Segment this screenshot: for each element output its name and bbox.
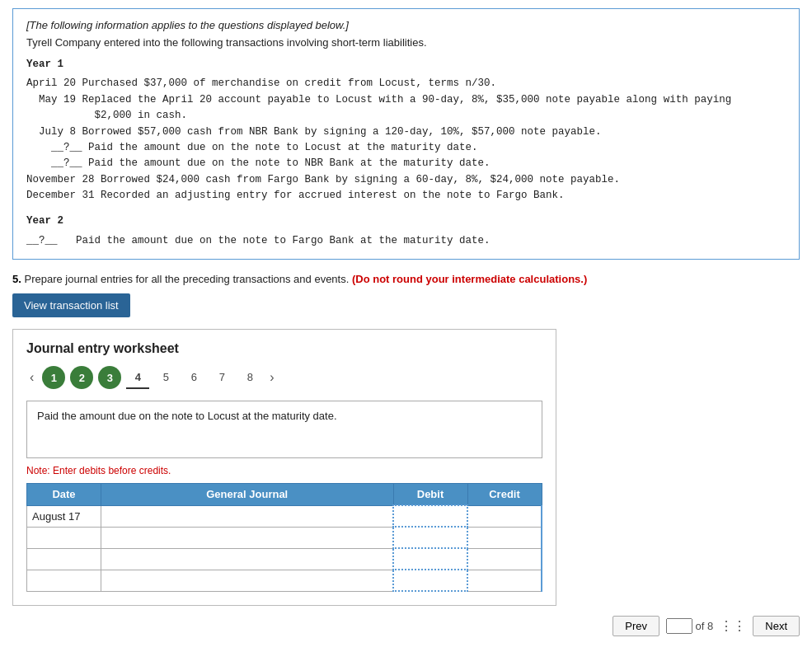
prev-arrow[interactable]: ‹ bbox=[26, 368, 37, 387]
header-date: Date bbox=[27, 484, 101, 506]
date-cell bbox=[27, 548, 101, 570]
journal-input[interactable] bbox=[106, 553, 387, 565]
transaction-line: April 20 Purchased $37,000 of merchandis… bbox=[26, 76, 786, 91]
header-debit: Debit bbox=[393, 484, 467, 506]
credit-cell[interactable] bbox=[467, 548, 542, 570]
transaction-line: December 31 Recorded an adjusting entry … bbox=[26, 188, 786, 204]
journal-cell[interactable] bbox=[101, 505, 394, 527]
bottom-nav: Prev of 8 ⋮⋮ Next bbox=[12, 616, 800, 636]
journal-cell[interactable] bbox=[101, 527, 394, 548]
journal-input[interactable] bbox=[106, 532, 387, 544]
tab-6[interactable]: 6 bbox=[182, 366, 205, 389]
prev-button[interactable]: Prev bbox=[613, 616, 659, 636]
debit-input[interactable] bbox=[399, 553, 462, 565]
score-of: of 8 bbox=[696, 620, 714, 632]
credit-input[interactable] bbox=[473, 553, 536, 565]
tab-8[interactable]: 8 bbox=[238, 366, 261, 389]
journal-cell[interactable] bbox=[101, 570, 394, 591]
debit-cell[interactable] bbox=[393, 548, 467, 570]
header-journal: General Journal bbox=[101, 484, 394, 506]
table-row bbox=[27, 548, 542, 570]
debit-input[interactable] bbox=[399, 510, 462, 523]
header-credit: Credit bbox=[467, 484, 542, 506]
score-text: of 8 bbox=[666, 618, 713, 634]
year1-heading: Year 1 bbox=[26, 57, 786, 73]
worksheet-title: Journal entry worksheet bbox=[26, 341, 542, 356]
question-line: 5. Prepare journal entries for all the p… bbox=[12, 273, 800, 285]
debit-cell[interactable] bbox=[393, 505, 467, 527]
next-arrow[interactable]: › bbox=[266, 368, 277, 387]
transaction-line: __?__ Paid the amount due on the note to… bbox=[26, 233, 786, 249]
date-cell: August 17 bbox=[27, 505, 101, 527]
debit-input[interactable] bbox=[399, 575, 462, 587]
transaction-line: November 28 Borrowed $24,000 cash from F… bbox=[26, 172, 786, 188]
transaction-line: May 19 Replaced the April 20 account pay… bbox=[26, 92, 786, 108]
debit-cell[interactable] bbox=[393, 570, 467, 591]
credit-cell[interactable] bbox=[467, 505, 542, 527]
score-input[interactable] bbox=[666, 618, 692, 634]
tab-7[interactable]: 7 bbox=[210, 366, 233, 389]
intro-text: Tyrell Company entered into the followin… bbox=[26, 36, 786, 49]
journal-input[interactable] bbox=[106, 575, 387, 587]
date-cell bbox=[27, 570, 101, 591]
next-button[interactable]: Next bbox=[753, 616, 800, 636]
credit-cell[interactable] bbox=[467, 527, 542, 548]
grid-icon[interactable]: ⋮⋮ bbox=[720, 618, 746, 634]
tab-4[interactable]: 4 bbox=[126, 366, 149, 389]
debit-input[interactable] bbox=[399, 532, 462, 544]
year2-heading: Year 2 bbox=[26, 213, 786, 229]
journal-input[interactable] bbox=[106, 510, 387, 523]
tab-1[interactable]: 1 bbox=[42, 366, 65, 389]
tab-2[interactable]: 2 bbox=[70, 366, 93, 389]
debit-cell[interactable] bbox=[393, 527, 467, 548]
note-text: Note: Enter debits before credits. bbox=[26, 465, 542, 476]
credit-input[interactable] bbox=[473, 510, 536, 523]
transaction-line: __?__ Paid the amount due on the note to… bbox=[26, 156, 786, 171]
table-row: August 17 bbox=[27, 505, 542, 527]
journal-cell[interactable] bbox=[101, 548, 394, 570]
transaction-line: July 8 Borrowed $57,000 cash from NBR Ba… bbox=[26, 124, 786, 140]
worksheet-container: Journal entry worksheet ‹ 1 2 3 4 5 6 7 … bbox=[12, 329, 556, 606]
credit-input[interactable] bbox=[473, 575, 536, 587]
description-text: Paid the amount due on the note to Locus… bbox=[37, 410, 337, 422]
date-cell bbox=[27, 527, 101, 548]
tabs-row: ‹ 1 2 3 4 5 6 7 8 › bbox=[26, 366, 542, 389]
question-text: Prepare journal entries for all the prec… bbox=[24, 273, 349, 285]
year2-transactions: __?__ Paid the amount due on the note to… bbox=[26, 233, 786, 249]
credit-input[interactable] bbox=[473, 532, 536, 544]
credit-cell[interactable] bbox=[467, 570, 542, 591]
table-row bbox=[27, 527, 542, 548]
journal-table: Date General Journal Debit Credit August… bbox=[26, 483, 542, 592]
question-bold-note: (Do not round your intermediate calculat… bbox=[352, 273, 587, 285]
view-transaction-list-button[interactable]: View transaction list bbox=[12, 293, 130, 317]
info-box: [The following information applies to th… bbox=[12, 8, 800, 260]
tab-3[interactable]: 3 bbox=[98, 366, 121, 389]
italic-note: [The following information applies to th… bbox=[26, 19, 786, 31]
year1-transactions: April 20 Purchased $37,000 of merchandis… bbox=[26, 76, 786, 204]
transaction-line: __?__ Paid the amount due on the note to… bbox=[26, 140, 786, 156]
description-box: Paid the amount due on the note to Locus… bbox=[26, 401, 542, 458]
tab-5[interactable]: 5 bbox=[154, 366, 177, 389]
transaction-line: $2,000 in cash. bbox=[26, 108, 786, 124]
question-number: 5. bbox=[12, 273, 21, 285]
table-row bbox=[27, 570, 542, 591]
